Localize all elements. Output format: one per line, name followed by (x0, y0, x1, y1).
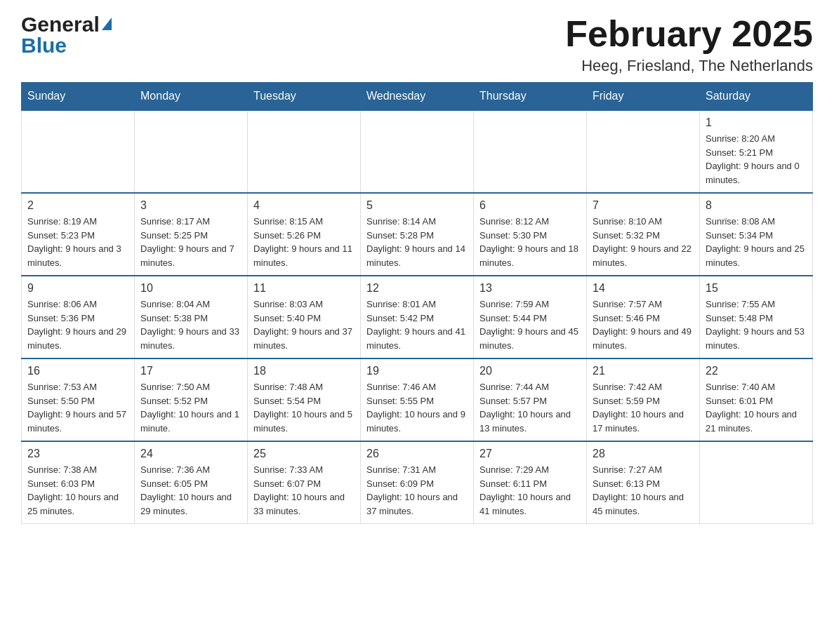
calendar-day-cell: 26Sunrise: 7:31 AM Sunset: 6:09 PM Dayli… (361, 441, 474, 524)
day-info: Sunrise: 8:15 AM Sunset: 5:26 PM Dayligh… (253, 215, 355, 269)
day-of-week-header: Thursday (474, 83, 587, 111)
day-info: Sunrise: 7:46 AM Sunset: 5:55 PM Dayligh… (366, 380, 468, 435)
calendar-day-cell (135, 110, 248, 193)
calendar-day-cell: 7Sunrise: 8:10 AM Sunset: 5:32 PM Daylig… (587, 193, 700, 276)
logo-general-text: General (21, 14, 112, 35)
calendar-day-cell: 17Sunrise: 7:50 AM Sunset: 5:52 PM Dayli… (135, 358, 248, 441)
day-info: Sunrise: 7:31 AM Sunset: 6:09 PM Dayligh… (366, 463, 468, 518)
title-section: February 2025 Heeg, Friesland, The Nethe… (565, 14, 813, 75)
location-title: Heeg, Friesland, The Netherlands (565, 57, 813, 75)
day-info: Sunrise: 7:50 AM Sunset: 5:52 PM Dayligh… (140, 380, 241, 435)
day-number: 7 (593, 199, 694, 212)
calendar-day-cell: 28Sunrise: 7:27 AM Sunset: 6:13 PM Dayli… (587, 441, 700, 524)
calendar-day-cell: 23Sunrise: 7:38 AM Sunset: 6:03 PM Dayli… (22, 441, 135, 524)
day-number: 24 (140, 448, 241, 460)
logo: General Blue (21, 14, 112, 56)
day-number: 3 (140, 199, 241, 212)
day-of-week-header: Friday (587, 83, 700, 111)
day-info: Sunrise: 8:06 AM Sunset: 5:36 PM Dayligh… (27, 297, 128, 352)
day-info: Sunrise: 7:38 AM Sunset: 6:03 PM Dayligh… (27, 463, 128, 518)
day-info: Sunrise: 7:42 AM Sunset: 5:59 PM Dayligh… (593, 380, 694, 435)
calendar-day-cell: 21Sunrise: 7:42 AM Sunset: 5:59 PM Dayli… (587, 358, 700, 441)
day-number: 20 (479, 365, 581, 377)
day-info: Sunrise: 8:17 AM Sunset: 5:25 PM Dayligh… (140, 215, 241, 269)
day-of-week-header: Sunday (22, 83, 135, 111)
day-number: 1 (706, 116, 807, 129)
day-number: 17 (140, 365, 241, 377)
calendar-day-cell: 12Sunrise: 8:01 AM Sunset: 5:42 PM Dayli… (361, 276, 474, 358)
calendar-week-row: 23Sunrise: 7:38 AM Sunset: 6:03 PM Dayli… (22, 441, 813, 524)
day-number: 27 (479, 448, 581, 460)
logo-general-label: General (21, 14, 100, 35)
day-info: Sunrise: 8:14 AM Sunset: 5:28 PM Dayligh… (366, 215, 468, 269)
calendar-day-cell: 10Sunrise: 8:04 AM Sunset: 5:38 PM Dayli… (135, 276, 248, 358)
day-number: 5 (366, 199, 468, 212)
day-of-week-header: Saturday (700, 83, 813, 111)
calendar-day-cell: 27Sunrise: 7:29 AM Sunset: 6:11 PM Dayli… (474, 441, 587, 524)
day-info: Sunrise: 8:03 AM Sunset: 5:40 PM Dayligh… (253, 297, 355, 352)
calendar-day-cell (587, 110, 700, 193)
day-number: 12 (366, 282, 468, 295)
day-number: 16 (27, 365, 128, 377)
day-info: Sunrise: 8:12 AM Sunset: 5:30 PM Dayligh… (479, 215, 581, 269)
day-info: Sunrise: 7:48 AM Sunset: 5:54 PM Dayligh… (253, 380, 355, 435)
day-info: Sunrise: 7:44 AM Sunset: 5:57 PM Dayligh… (479, 380, 581, 435)
day-of-week-header: Monday (135, 83, 248, 111)
calendar-day-cell: 13Sunrise: 7:59 AM Sunset: 5:44 PM Dayli… (474, 276, 587, 358)
day-info: Sunrise: 8:19 AM Sunset: 5:23 PM Dayligh… (27, 215, 128, 269)
calendar-week-row: 2Sunrise: 8:19 AM Sunset: 5:23 PM Daylig… (22, 193, 813, 276)
day-number: 14 (593, 282, 694, 295)
calendar-day-cell (474, 110, 587, 193)
calendar-day-cell: 9Sunrise: 8:06 AM Sunset: 5:36 PM Daylig… (22, 276, 135, 358)
month-title: February 2025 (565, 14, 813, 54)
day-info: Sunrise: 7:36 AM Sunset: 6:05 PM Dayligh… (140, 463, 241, 518)
day-info: Sunrise: 8:20 AM Sunset: 5:21 PM Dayligh… (706, 132, 807, 187)
day-number: 26 (366, 448, 468, 460)
day-number: 9 (27, 282, 128, 295)
calendar-day-cell: 6Sunrise: 8:12 AM Sunset: 5:30 PM Daylig… (474, 193, 587, 276)
calendar-day-cell (22, 110, 135, 193)
day-of-week-header: Wednesday (361, 83, 474, 111)
calendar-day-cell: 19Sunrise: 7:46 AM Sunset: 5:55 PM Dayli… (361, 358, 474, 441)
day-number: 21 (593, 365, 694, 377)
day-info: Sunrise: 7:59 AM Sunset: 5:44 PM Dayligh… (479, 297, 581, 352)
calendar-header-row: SundayMondayTuesdayWednesdayThursdayFrid… (22, 83, 813, 111)
calendar-day-cell (361, 110, 474, 193)
calendar-day-cell: 2Sunrise: 8:19 AM Sunset: 5:23 PM Daylig… (22, 193, 135, 276)
calendar-week-row: 1Sunrise: 8:20 AM Sunset: 5:21 PM Daylig… (22, 110, 813, 193)
day-number: 2 (27, 199, 128, 212)
calendar-day-cell: 22Sunrise: 7:40 AM Sunset: 6:01 PM Dayli… (700, 358, 813, 441)
day-number: 23 (27, 448, 128, 460)
day-number: 6 (479, 199, 581, 212)
day-info: Sunrise: 8:01 AM Sunset: 5:42 PM Dayligh… (366, 297, 468, 352)
day-info: Sunrise: 7:53 AM Sunset: 5:50 PM Dayligh… (27, 380, 128, 435)
calendar-day-cell: 14Sunrise: 7:57 AM Sunset: 5:46 PM Dayli… (587, 276, 700, 358)
calendar-day-cell: 24Sunrise: 7:36 AM Sunset: 6:05 PM Dayli… (135, 441, 248, 524)
page-header: General Blue February 2025 Heeg, Friesla… (21, 14, 813, 75)
day-info: Sunrise: 7:57 AM Sunset: 5:46 PM Dayligh… (593, 297, 694, 352)
calendar-day-cell: 8Sunrise: 8:08 AM Sunset: 5:34 PM Daylig… (700, 193, 813, 276)
calendar-day-cell: 20Sunrise: 7:44 AM Sunset: 5:57 PM Dayli… (474, 358, 587, 441)
calendar-day-cell: 11Sunrise: 8:03 AM Sunset: 5:40 PM Dayli… (248, 276, 361, 358)
logo-blue-text: Blue (21, 35, 112, 56)
day-info: Sunrise: 8:04 AM Sunset: 5:38 PM Dayligh… (140, 297, 241, 352)
calendar-day-cell: 16Sunrise: 7:53 AM Sunset: 5:50 PM Dayli… (22, 358, 135, 441)
day-number: 10 (140, 282, 241, 295)
day-number: 18 (253, 365, 355, 377)
calendar-day-cell: 25Sunrise: 7:33 AM Sunset: 6:07 PM Dayli… (248, 441, 361, 524)
day-info: Sunrise: 7:40 AM Sunset: 6:01 PM Dayligh… (706, 380, 807, 435)
day-number: 13 (479, 282, 581, 295)
calendar-day-cell (700, 441, 813, 524)
day-info: Sunrise: 7:55 AM Sunset: 5:48 PM Dayligh… (706, 297, 807, 352)
day-number: 15 (706, 282, 807, 295)
calendar-day-cell: 18Sunrise: 7:48 AM Sunset: 5:54 PM Dayli… (248, 358, 361, 441)
calendar-week-row: 9Sunrise: 8:06 AM Sunset: 5:36 PM Daylig… (22, 276, 813, 358)
calendar-week-row: 16Sunrise: 7:53 AM Sunset: 5:50 PM Dayli… (22, 358, 813, 441)
day-info: Sunrise: 7:29 AM Sunset: 6:11 PM Dayligh… (479, 463, 581, 518)
calendar-day-cell: 1Sunrise: 8:20 AM Sunset: 5:21 PM Daylig… (700, 110, 813, 193)
calendar-day-cell: 3Sunrise: 8:17 AM Sunset: 5:25 PM Daylig… (135, 193, 248, 276)
day-info: Sunrise: 8:10 AM Sunset: 5:32 PM Dayligh… (593, 215, 694, 269)
day-info: Sunrise: 7:27 AM Sunset: 6:13 PM Dayligh… (593, 463, 694, 518)
day-of-week-header: Tuesday (248, 83, 361, 111)
calendar-day-cell: 5Sunrise: 8:14 AM Sunset: 5:28 PM Daylig… (361, 193, 474, 276)
